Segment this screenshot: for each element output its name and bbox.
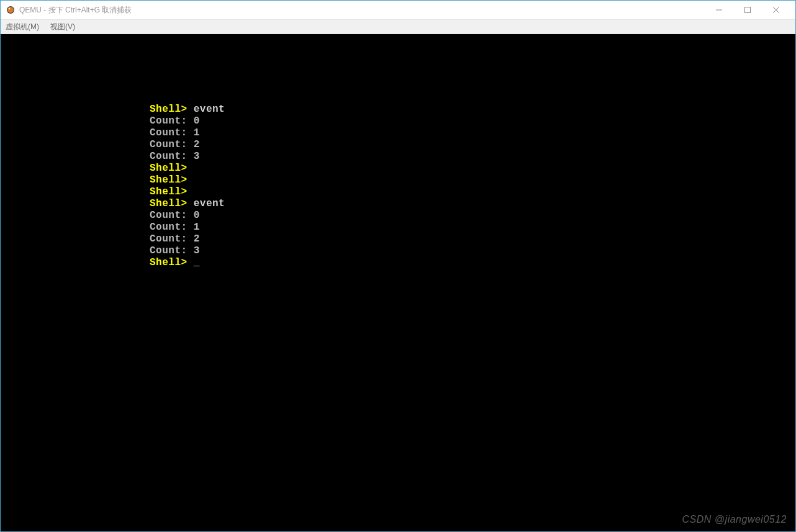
terminal-line: Count: 2: [150, 139, 795, 151]
terminal-line: Count: 1: [150, 222, 795, 233]
shell-prompt: Shell>: [150, 174, 188, 186]
window-title: QEMU - 按下 Ctrl+Alt+G 取消捕获: [19, 5, 132, 16]
terminal-output: Count: 0: [150, 115, 200, 127]
svg-point-1: [7, 7, 14, 13]
terminal-line: Shell> _: [150, 257, 795, 269]
maximize-button[interactable]: [733, 1, 762, 19]
terminal-line: Count: 3: [150, 245, 795, 257]
menu-item-machine[interactable]: 虚拟机(M): [6, 22, 39, 32]
minimize-button[interactable]: [705, 1, 733, 19]
shell-prompt: Shell>: [150, 186, 188, 197]
shell-prompt: Shell>: [150, 198, 188, 209]
terminal-line: Count: 1: [150, 127, 795, 139]
qemu-icon: [6, 5, 16, 15]
svg-rect-4: [745, 7, 751, 13]
terminal-line: Shell> event: [150, 104, 795, 115]
terminal[interactable]: Shell> eventCount: 0Count: 1Count: 2Coun…: [1, 34, 795, 531]
close-button[interactable]: [762, 1, 790, 19]
terminal-command: event: [188, 104, 225, 115]
shell-prompt: Shell>: [150, 104, 188, 115]
menu-item-view[interactable]: 视图(V): [50, 22, 75, 32]
terminal-line: Shell> event: [150, 198, 795, 210]
terminal-command: [188, 186, 194, 197]
terminal-line: Shell>: [150, 174, 795, 186]
terminal-output: Count: 1: [150, 127, 200, 138]
terminal-cursor: _: [188, 257, 200, 268]
terminal-output: Count: 3: [150, 245, 200, 256]
window-controls: [705, 1, 790, 19]
terminal-output: Count: 2: [150, 139, 200, 150]
menubar: 虚拟机(M) 视图(V): [1, 19, 795, 34]
titlebar: QEMU - 按下 Ctrl+Alt+G 取消捕获: [1, 1, 795, 19]
terminal-command: [188, 174, 194, 186]
shell-prompt: Shell>: [150, 257, 188, 268]
terminal-line: Count: 2: [150, 233, 795, 245]
shell-prompt: Shell>: [150, 163, 188, 174]
terminal-output: Count: 3: [150, 151, 200, 162]
terminal-output: Count: 1: [150, 222, 200, 233]
terminal-output: Count: 0: [150, 210, 200, 221]
watermark: CSDN @jiangwei0512: [682, 513, 787, 525]
terminal-output: Count: 2: [150, 233, 200, 245]
svg-point-2: [9, 8, 10, 9]
terminal-command: event: [188, 198, 225, 209]
terminal-line: Shell>: [150, 186, 795, 198]
terminal-line: Count: 0: [150, 210, 795, 222]
terminal-line: Shell>: [150, 163, 795, 174]
terminal-line: Count: 0: [150, 115, 795, 127]
terminal-command: [188, 163, 194, 174]
terminal-line: Count: 3: [150, 151, 795, 163]
